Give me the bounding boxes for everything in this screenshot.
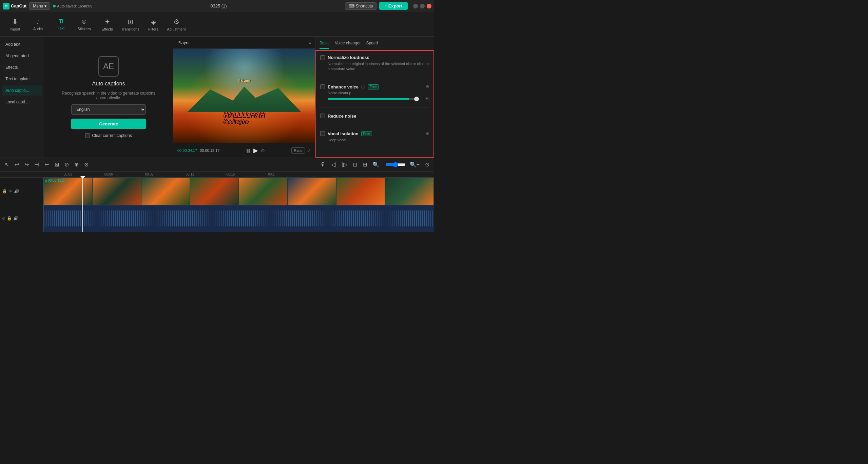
divider-2 — [320, 107, 429, 107]
grid-icon[interactable]: ▦ — [246, 148, 251, 153]
tool-filters[interactable]: ◈ Filters — [142, 14, 164, 35]
time-ruler: 00:03 00:06 00:09 00:12 00:15 00:1 — [0, 172, 434, 178]
timeline-split-view[interactable]: ⊡ — [351, 161, 359, 168]
timeline-fit-left[interactable]: ◁| — [330, 161, 338, 168]
maximize-button[interactable] — [420, 4, 425, 8]
audio-volume-icon[interactable]: 🔊 — [13, 216, 18, 221]
delete-button[interactable]: ⊠ — [53, 161, 60, 168]
enhance-voice-row: Enhance voice ⓘ Free ⚙ — [320, 84, 429, 89]
player-top-text: Halujur — [238, 78, 251, 82]
mic-button[interactable]: 🎙 — [319, 161, 327, 168]
sidebar-item-text-template[interactable]: Text template — [2, 74, 42, 84]
minimize-button[interactable] — [413, 4, 418, 8]
enhance-voice-badge: Free — [368, 84, 379, 89]
timeline-zoom-out[interactable]: 🔍- — [371, 161, 382, 168]
tool-import[interactable]: ⬇ Import — [4, 14, 26, 35]
audio-lock-icon[interactable]: ⊙ — [2, 216, 5, 221]
group-button[interactable]: ⊗ — [83, 161, 90, 168]
video-thumb-7 — [336, 178, 385, 205]
video-lock-icon[interactable]: 🔒 — [2, 189, 7, 194]
timeline-zoom-in[interactable]: 🔍+ — [408, 161, 421, 168]
fullscreen-icon[interactable]: ⤢ — [307, 148, 311, 153]
time-marker-6: 00:1 — [268, 173, 274, 176]
enhance-voice-settings-icon[interactable]: ⚙ — [426, 84, 429, 89]
tool-audio[interactable]: ♪ Audio — [27, 14, 49, 35]
video-track-controls: 🔒 👁 🔊 — [0, 178, 43, 205]
redo-button[interactable]: ↪ — [23, 161, 30, 168]
vocal-isolation-settings-icon[interactable]: ⚙ — [426, 131, 429, 136]
audio-mute-icon[interactable]: 🔒 — [7, 216, 12, 221]
ratio-button[interactable]: Ratio — [291, 147, 305, 154]
tab-basic[interactable]: Basic — [320, 38, 329, 49]
tab-voice-changer[interactable]: Voice changer — [335, 38, 361, 49]
divider-1 — [320, 78, 429, 78]
sidebar-item-effects[interactable]: Effects — [2, 62, 42, 73]
sidebar-item-add-text[interactable]: Add text — [2, 39, 42, 49]
undo-button[interactable]: ↩ — [13, 161, 20, 168]
text-icon: TI — [59, 19, 63, 25]
vocal-isolation-option: Vocal isolation Free ⚙ Keep vocal — [320, 131, 429, 143]
normalize-loudness-checkbox[interactable] — [320, 55, 325, 60]
export-button[interactable]: ↑ Export — [379, 2, 408, 10]
timeline-content: 00:03 00:06 00:09 00:12 00:15 00:1 🔒 👁 🔊… — [0, 172, 434, 232]
normalize-loudness-row: Normalize loudness — [320, 55, 429, 60]
playhead[interactable] — [82, 178, 83, 232]
sidebar-item-local-captions[interactable]: Local capti... — [2, 97, 42, 107]
language-select[interactable]: English Chinese Spanish French German — [71, 104, 146, 115]
timeline-fit-right[interactable]: |▷ — [341, 161, 349, 168]
noise-cleanup-slider-row: 75 — [328, 97, 429, 101]
reduce-noise-checkbox[interactable] — [320, 114, 325, 118]
enhance-voice-checkbox[interactable] — [320, 84, 325, 89]
screenshot-icon[interactable]: ⊙ — [261, 148, 265, 153]
player-menu-icon[interactable]: ≡ — [309, 40, 311, 45]
tab-speed[interactable]: Speed — [366, 38, 378, 49]
player-main-text-value: HALLLLHAH — [224, 111, 265, 119]
clear-captions-row[interactable]: Clear current captions — [85, 133, 132, 138]
menu-button[interactable]: Menu ▾ — [29, 2, 50, 10]
video-thumb-8 — [385, 178, 434, 205]
tool-transitions[interactable]: ⊞ Transitions — [119, 14, 141, 35]
video-audio-icon[interactable]: 🔊 — [14, 189, 19, 194]
slider-thumb[interactable] — [414, 97, 419, 101]
time-display: 00:00:04:17 00:00:13:17 — [177, 148, 219, 153]
logo-icon: ✂ — [3, 3, 9, 9]
filters-label: Filters — [148, 27, 158, 31]
split-button[interactable]: ⊣ — [33, 161, 40, 168]
split-right-button[interactable]: ⊢ — [43, 161, 51, 168]
timeline-tracks: 🔒 👁 🔊 ⊙ 🔒 🔊 g 00:00:13:17 — [0, 178, 434, 232]
video-eye-icon[interactable]: 👁 — [8, 189, 13, 194]
reduce-noise-row: Reduce noise — [320, 114, 429, 119]
track-area: g 00:00:13:17 — [43, 178, 434, 232]
generate-button[interactable]: Generate — [71, 119, 146, 129]
tool-adjustment[interactable]: ⚙ Adjustment — [166, 14, 187, 35]
zoom-slider[interactable] — [385, 162, 406, 167]
timeline: ↖ ↩ ↪ ⊣ ⊢ ⊠ ⊘ ⊕ ⊗ 🎙 ◁| |▷ ⊡ ⊞ 🔍- 🔍+ ⊙ 00… — [0, 158, 434, 232]
player-buttons: ▦ ▶ ⊙ — [246, 147, 265, 154]
timeline-zoom-fit[interactable]: ⊞ — [361, 161, 368, 168]
stickers-icon: ☺ — [81, 18, 88, 25]
reduce-noise-label: Reduce noise — [328, 114, 356, 119]
clear-captions-checkbox[interactable] — [85, 133, 90, 138]
export-icon: ↑ — [385, 3, 387, 8]
noise-cleanup-value: 75 — [421, 97, 429, 101]
shortcuts-button[interactable]: ⌨ Shortcuts — [345, 2, 377, 10]
sidebar-item-auto-captions[interactable]: Auto captio... — [2, 85, 42, 96]
timeline-settings[interactable]: ⊙ — [424, 161, 431, 168]
tool-effects[interactable]: ✦ Effects — [96, 14, 118, 35]
play-button[interactable]: ▶ — [253, 147, 258, 154]
auto-save-dot-icon — [53, 5, 56, 7]
player-header: Player ≡ — [173, 37, 315, 49]
menu-chevron-icon: ▾ — [44, 4, 46, 8]
timeline-toolbar: ↖ ↩ ↪ ⊣ ⊢ ⊠ ⊘ ⊕ ⊗ 🎙 ◁| |▷ ⊡ ⊞ 🔍- 🔍+ ⊙ — [0, 158, 434, 172]
enhance-voice-option: Enhance voice ⓘ Free ⚙ Noise cleanup 75 — [320, 84, 429, 101]
left-sidebar: Add text AI generated Effects Text templ… — [0, 37, 44, 158]
tool-text[interactable]: TI Text — [50, 14, 72, 35]
freeze-button[interactable]: ⊕ — [73, 161, 80, 168]
noise-cleanup-slider[interactable] — [328, 98, 419, 100]
close-button[interactable] — [427, 4, 431, 8]
sidebar-item-ai-generated[interactable]: AI generated — [2, 51, 42, 61]
crop-button[interactable]: ⊘ — [63, 161, 70, 168]
vocal-isolation-checkbox[interactable] — [320, 131, 325, 136]
cursor-tool-button[interactable]: ↖ — [3, 161, 11, 168]
tool-stickers[interactable]: ☺ Stickers — [73, 14, 95, 35]
